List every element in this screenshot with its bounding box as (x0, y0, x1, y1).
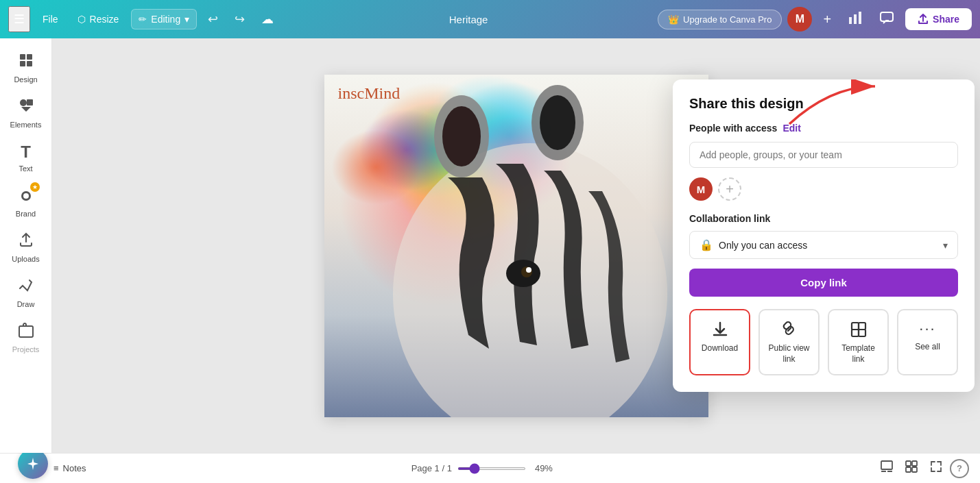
help-button[interactable]: ? (950, 459, 969, 478)
file-button[interactable]: File (36, 10, 65, 29)
crown-icon: 👑 (668, 14, 679, 25)
dropdown-chevron-icon: ▾ (943, 240, 948, 251)
sidebar-item-uploads[interactable]: Uploads (3, 226, 49, 269)
svg-rect-4 (20, 54, 25, 60)
people-search-input[interactable] (689, 142, 958, 168)
notes-icon: ≡ (53, 463, 59, 473)
sidebar-item-design[interactable]: Design (3, 47, 49, 89)
sidebar-item-text[interactable]: T Text (3, 137, 49, 178)
svg-rect-23 (859, 323, 865, 330)
canvas-area: inscMind 🔒 Share this design People with… (52, 38, 980, 453)
svg-point-15 (442, 106, 481, 166)
share-panel-title: Share this design (689, 96, 958, 112)
access-dropdown[interactable]: 🔒 Only you can access ▾ (689, 231, 958, 259)
fullscreen-button[interactable] (925, 457, 947, 480)
download-icon (710, 320, 730, 339)
public-view-label: Public view link (765, 343, 813, 364)
template-link-button[interactable]: Template link (828, 309, 889, 375)
download-label: Download (702, 343, 738, 354)
topbar: ☰ File ⬡ Resize ✏ Editing ▾ ↩ ↪ ☁ Herita… (0, 0, 980, 38)
edit-access-button[interactable]: Edit (782, 123, 800, 134)
grid-view-button[interactable] (900, 457, 922, 480)
editing-button[interactable]: ✏ Editing ▾ (131, 9, 197, 29)
see-all-label: See all (915, 342, 940, 353)
template-link-label: Template link (835, 343, 882, 364)
svg-point-8 (20, 99, 27, 106)
add-collaborator-button[interactable]: + (817, 9, 837, 30)
add-people-button[interactable]: + (718, 177, 741, 201)
svg-rect-32 (912, 467, 917, 472)
svg-rect-31 (906, 467, 911, 472)
bottom-bar: ≡ Notes Page 1 / 1 49% (0, 453, 980, 483)
sidebar-item-elements[interactable]: Elements (3, 92, 49, 134)
svg-rect-9 (27, 99, 33, 106)
svg-rect-6 (20, 61, 25, 66)
svg-point-17 (540, 95, 575, 150)
notes-button[interactable]: ≡ Notes (48, 460, 92, 476)
collab-label: Collaboration link (689, 213, 958, 224)
svg-rect-27 (881, 471, 886, 472)
chat-icon (879, 10, 894, 25)
page-info: Page 1 / 1 49% (99, 463, 869, 473)
ai-magic-button[interactable] (18, 449, 48, 479)
copy-link-button[interactable]: Copy link (689, 269, 958, 297)
download-button[interactable]: Download (689, 309, 750, 375)
svg-rect-24 (852, 330, 859, 336)
share-panel: Share this design People with access Edi… (673, 79, 975, 392)
comments-button[interactable] (874, 8, 900, 32)
cloud-save-button[interactable]: ☁ (256, 8, 279, 31)
share-icon (918, 14, 929, 25)
canvas-wrapper[interactable]: inscMind 🔒 (324, 75, 708, 417)
sidebar-item-brand[interactable]: ★ Brand (3, 181, 49, 223)
svg-rect-0 (849, 17, 852, 24)
zoom-level: 49% (531, 463, 556, 473)
analytics-button[interactable] (842, 8, 868, 32)
upgrade-button[interactable]: 👑 Upgrade to Canva Pro (658, 10, 782, 29)
left-sidebar: Design Elements T Text ★ (0, 38, 52, 453)
see-all-button[interactable]: ··· See all (897, 309, 958, 375)
svg-rect-28 (887, 471, 892, 472)
access-dropdown-value: Only you can access (719, 240, 937, 251)
svg-point-11 (23, 193, 29, 199)
sidebar-item-projects[interactable]: Projects (3, 317, 49, 359)
brand-badge: ★ (30, 182, 40, 192)
elements-icon (18, 97, 34, 118)
sidebar-label-text: Text (19, 164, 32, 173)
sidebar-label-elements: Elements (10, 121, 42, 129)
svg-rect-22 (852, 323, 859, 330)
sidebar-label-uploads: Uploads (12, 255, 39, 263)
svg-rect-29 (906, 461, 911, 466)
zebra-artwork: inscMind (324, 75, 708, 417)
bottom-icons: ? (876, 457, 969, 480)
svg-rect-25 (859, 330, 865, 336)
public-view-link-button[interactable]: Public view link (758, 309, 820, 375)
share-button[interactable]: Share (905, 8, 972, 30)
lock-icon: 🔒 (700, 238, 713, 251)
fullscreen-icon (929, 460, 943, 473)
share-user-avatar: M (689, 177, 713, 201)
canvas-design-title: inscMind (338, 84, 401, 103)
redo-button[interactable]: ↪ (229, 8, 250, 31)
main-area: Design Elements T Text ★ (0, 38, 980, 453)
layout-view-button[interactable] (876, 457, 898, 480)
avatar[interactable]: M (787, 7, 812, 32)
resize-button[interactable]: ⬡ Resize (71, 10, 126, 29)
sidebar-label-projects: Projects (12, 345, 40, 354)
svg-rect-7 (27, 61, 32, 66)
sidebar-item-draw[interactable]: Draw (3, 271, 49, 314)
undo-button[interactable]: ↩ (202, 8, 224, 31)
sidebar-label-brand: Brand (16, 210, 36, 218)
menu-icon[interactable]: ☰ (8, 6, 30, 32)
zebra-stripes (324, 75, 708, 417)
brand-icon: ★ (18, 186, 34, 207)
svg-rect-12 (19, 326, 33, 337)
edit-pencil-icon: ✏ (139, 14, 147, 25)
resize-icon: ⬡ (77, 14, 86, 25)
draw-icon (18, 277, 34, 297)
grid-icon (905, 460, 918, 473)
share-actions: Download Public view link (689, 309, 958, 375)
svg-rect-5 (27, 54, 32, 60)
editing-chevron-icon: ▾ (184, 14, 189, 25)
zoom-slider[interactable] (457, 467, 526, 470)
svg-rect-30 (912, 461, 917, 466)
